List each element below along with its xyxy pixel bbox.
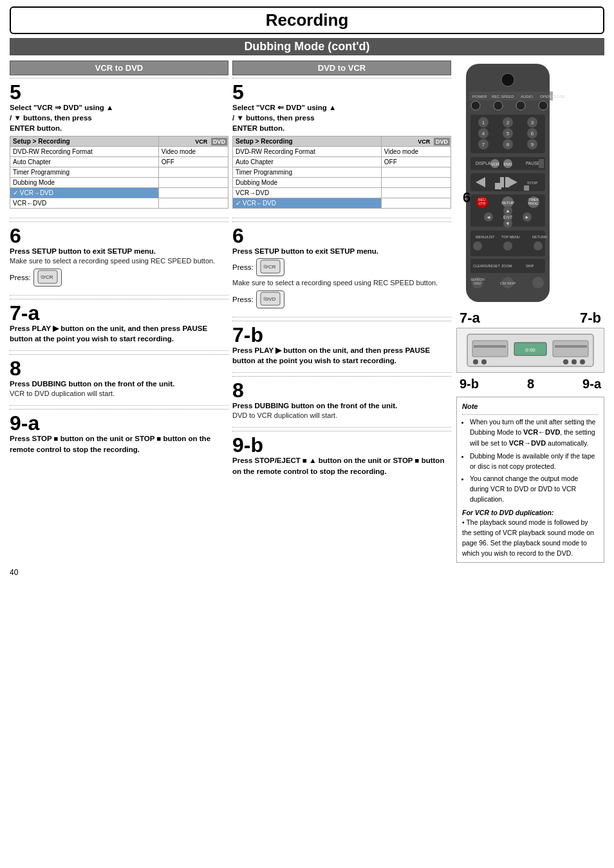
step8-vcr-dvd-sub: VCR to DVD duplication will start. — [10, 389, 228, 399]
svg-text:ENT: ENT — [503, 215, 513, 220]
vcr-to-dvd-column: VCR to DVD 5 Select "VCR ⇒ DVD" using ▲/… — [10, 61, 228, 563]
svg-text:7: 7 — [482, 142, 485, 147]
section-title: Dubbing Mode (cont'd) — [10, 38, 604, 55]
svg-rect-96 — [553, 341, 588, 357]
svg-text:▼: ▼ — [505, 221, 510, 227]
svg-text:MENU/LIST: MENU/LIST — [476, 235, 495, 239]
svg-point-90 — [532, 277, 544, 288]
note-vcr-dvd-text: • The playback sound mode is followed by… — [462, 518, 599, 558]
label-row-9: 9-b 8 9-a — [456, 377, 604, 392]
step6-vcr-dvd-number: 6 — [10, 225, 228, 246]
step6-dvd-vcr-text: Press SETUP button to exit SETUP menu. — [232, 246, 451, 256]
note-vcr-dvd-section: For VCR to DVD duplication: • The playba… — [462, 508, 599, 559]
note-vcr-dvd-title: For VCR to DVD duplication: — [462, 508, 599, 518]
step7a-vcr-dvd: 7-a Press PLAY ▶ button on the unit, and… — [10, 299, 228, 347]
step6-dvd-vcr: 6 Press SETUP button to exit SETUP menu.… — [232, 222, 451, 313]
svg-point-10 — [501, 73, 514, 86]
step5-vcr-dvd-text: Select "VCR ⇒ DVD" using ▲/ ▼ buttons, t… — [10, 102, 228, 133]
svg-text:3: 3 — [531, 120, 534, 126]
svg-text:AUDIO: AUDIO — [521, 95, 533, 99]
step8-dvd-vcr: 8 Press DUBBING button on the front of t… — [232, 376, 451, 424]
svg-text:DVD: DVD — [504, 162, 512, 166]
svg-point-99 — [481, 359, 487, 364]
svg-text:9: 9 — [531, 142, 534, 147]
step8-dvd-vcr-sub: DVD to VCR duplication will start. — [232, 411, 451, 420]
note-list: When you turn off the unit after setting… — [462, 417, 599, 505]
page-title: Recording — [10, 6, 604, 34]
note-item-2: Dubbing Mode is available only if the ta… — [470, 451, 599, 472]
svg-point-98 — [473, 359, 478, 364]
step9b-dvd-vcr-text: Press STOP/EJECT ■ ▲ button on the unit … — [232, 455, 451, 476]
svg-rect-93 — [474, 345, 506, 348]
svg-rect-92 — [472, 341, 508, 357]
svg-rect-46 — [539, 159, 544, 168]
step8-vcr-dvd: 8 Press DUBBING button on the front of t… — [10, 354, 228, 402]
svg-text:PAUSE: PAUSE — [526, 161, 540, 165]
step5-dvd-vcr-number: 5 — [232, 82, 451, 102]
step9b-dvd-vcr: 9-b Press STOP/EJECT ■ ▲ button on the u… — [232, 431, 451, 479]
vcr-dvd-menu-table: Setup > Recording VCR DVD DVD-RW Recordi… — [10, 136, 228, 209]
svg-text:CLEARS/RESET: CLEARS/RESET — [473, 264, 501, 268]
step6-dvd-vcr-press: Press: VCR — [232, 258, 451, 276]
svg-text:PROG.: PROG. — [528, 202, 539, 205]
step7b-dvd-vcr-text: Press PLAY ▶ button on the unit, and the… — [232, 345, 451, 366]
vcr-button-icon-2: VCR — [256, 258, 284, 276]
note-item-3: You cannot change the output mode during… — [470, 474, 599, 504]
dvd-to-vcr-column: DVD to VCR 5 Select "VCR ⇐ DVD" using ▲/… — [232, 61, 451, 563]
svg-text:1: 1 — [482, 120, 485, 126]
vcr-button-icon: VCR — [33, 269, 62, 287]
label-9b-row: 9-b — [460, 377, 479, 392]
label-9a-row: 9-a — [582, 377, 601, 392]
svg-text:POWER: POWER — [472, 95, 487, 99]
svg-text:4: 4 — [482, 131, 485, 137]
step5-vcr-dvd-number: 5 — [10, 80, 21, 104]
step7a-vcr-dvd-number: 7-a — [10, 303, 228, 323]
svg-point-102 — [580, 359, 585, 364]
step6-vcr-dvd: 6 Press SETUP button to exit SETUP menu.… — [10, 222, 228, 291]
svg-text:OPEN/CLOSE: OPEN/CLOSE — [540, 95, 565, 99]
label-6-remote: 6 — [463, 189, 470, 206]
step9b-dvd-vcr-number: 9-b — [232, 435, 451, 455]
svg-point-100 — [563, 359, 568, 364]
step6-vcr-dvd-sub: Make sure to select a recording speed us… — [10, 256, 228, 266]
step5-vcr-dvd: 5 Select "VCR ⇒ DVD" using ▲/ ▼ buttons,… — [10, 78, 228, 214]
remote-section: POWER REC SPEED AUDIO OPEN/CLOSE 1 2 — [456, 61, 604, 307]
svg-point-5 — [263, 265, 267, 269]
step7b-dvd-vcr: 7-b Press PLAY ▶ button on the unit, and… — [232, 321, 451, 369]
label-7b-row: 7-b — [580, 310, 601, 326]
right-panel: POWER REC SPEED AUDIO OPEN/CLOSE 1 2 — [456, 61, 604, 563]
svg-text:►: ► — [525, 214, 530, 220]
svg-rect-51 — [505, 177, 509, 187]
svg-point-79 — [503, 241, 512, 250]
svg-text:OTR: OTR — [479, 202, 486, 205]
svg-point-18 — [516, 101, 525, 110]
step6-vcr-dvd-press: Press: VCR — [10, 269, 228, 287]
svg-text:REC SPEED: REC SPEED — [492, 95, 514, 99]
svg-point-8 — [263, 297, 267, 301]
step5-dvd-vcr-text: Select "VCR ⇐ DVD" using ▲/ ▼ buttons, t… — [232, 102, 451, 133]
step6-vcr-dvd-text: Press SETUP button to exit SETUP menu. — [10, 246, 228, 256]
svg-text:5: 5 — [507, 131, 510, 137]
svg-text:NAVI: NAVI — [474, 281, 481, 285]
note-title: Note — [462, 401, 599, 412]
step9a-vcr-dvd-number: 9-a — [10, 413, 228, 433]
svg-point-17 — [494, 101, 503, 110]
svg-text:0:00: 0:00 — [525, 347, 535, 353]
svg-text:SKIP: SKIP — [526, 264, 534, 268]
svg-point-78 — [473, 241, 482, 250]
svg-point-80 — [534, 241, 543, 250]
svg-rect-97 — [555, 345, 587, 348]
label-row-7: 7-a 7-b — [456, 310, 604, 326]
step8-dvd-vcr-text: Press DUBBING button on the front of the… — [232, 401, 451, 411]
remote-svg: POWER REC SPEED AUDIO OPEN/CLOSE 1 2 — [456, 61, 569, 305]
vcr-to-dvd-header: VCR to DVD — [10, 61, 228, 75]
svg-text:RETURN: RETURN — [532, 235, 547, 239]
svg-point-2 — [41, 275, 44, 279]
dvd-button-icon: DVD — [256, 290, 284, 308]
svg-text:TOP MENU: TOP MENU — [501, 235, 520, 239]
step8-vcr-dvd-text: Press DUBBING button on the front of the… — [10, 379, 228, 389]
label-8-row: 8 — [527, 377, 534, 392]
step8-dvd-vcr-number: 8 — [232, 380, 451, 401]
svg-point-16 — [471, 101, 480, 110]
unit-diagram: 0:00 — [456, 328, 604, 373]
